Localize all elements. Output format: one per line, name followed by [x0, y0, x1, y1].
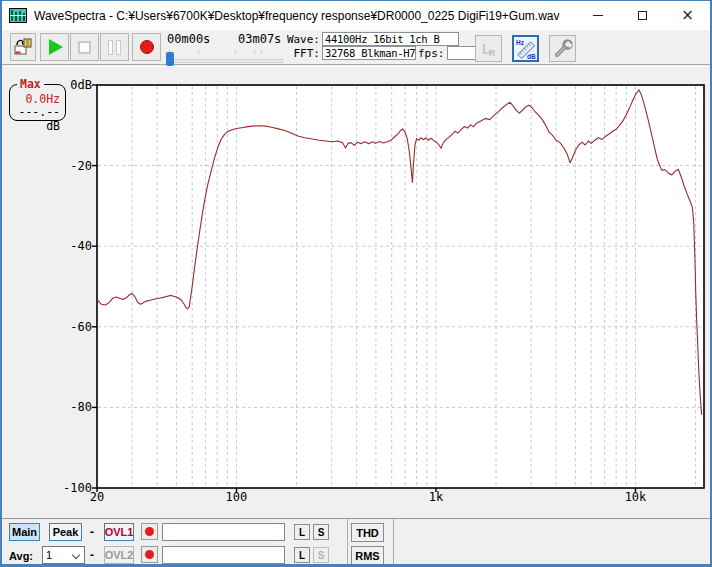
- channel-lr-icon-r: R: [489, 48, 496, 58]
- svg-text:Hz: Hz: [516, 39, 525, 46]
- record-button[interactable]: [132, 33, 161, 61]
- window-title: WaveSpectra - C:¥Users¥6700K¥Desktop¥fre…: [34, 9, 560, 23]
- thd-button[interactable]: THD: [351, 523, 384, 542]
- slider-tick: [261, 50, 262, 53]
- time-elapsed: 00m00s: [167, 32, 210, 46]
- fps-label: fps:: [418, 47, 444, 60]
- wave-label: Wave:: [272, 33, 320, 46]
- record-icon: [140, 40, 154, 54]
- dash-separator: -: [90, 548, 94, 562]
- open-file-icon: [13, 37, 33, 57]
- maximize-icon: [638, 11, 647, 20]
- open-file-button[interactable]: [10, 33, 36, 61]
- x-axis: 201001k10k: [2, 67, 710, 519]
- ovl2-save-button[interactable]: S: [313, 547, 329, 563]
- position-slider-thumb[interactable]: [166, 52, 174, 66]
- divider: [393, 519, 394, 566]
- pause-icon: [108, 40, 121, 55]
- position-slider-track[interactable]: [166, 59, 283, 63]
- ovl1-record-button[interactable]: [141, 523, 158, 540]
- spectrum-panel: Max 0.0Hz ---.--dB 0dB-20-40-60-80-100 2…: [2, 66, 710, 518]
- title-bar[interactable]: WaveSpectra - C:¥Users¥6700K¥Desktop¥fre…: [2, 1, 710, 30]
- ovl1-load-button[interactable]: L: [294, 524, 310, 540]
- minimize-icon: [593, 15, 603, 16]
- minimize-button[interactable]: [575, 1, 620, 30]
- avg-label: Avg:: [9, 550, 33, 562]
- maximize-button[interactable]: [620, 1, 665, 30]
- ovl1-record-icon: [145, 527, 154, 536]
- svg-text:dB: dB: [527, 53, 536, 60]
- close-button[interactable]: ×: [665, 1, 710, 30]
- pause-button[interactable]: [100, 33, 129, 61]
- bottom-bar: Main Peak - OVL1 L S THD Avg: 1 - OVL2 L…: [2, 518, 710, 565]
- main-view-button[interactable]: Main: [9, 523, 40, 541]
- rms-button[interactable]: RMS: [351, 546, 384, 565]
- slider-tick: [254, 50, 255, 53]
- slider-tick: [198, 50, 199, 53]
- ovl2-load-button[interactable]: L: [294, 547, 310, 563]
- x-axis-label: 10k: [625, 490, 647, 504]
- avg-select[interactable]: 1: [42, 546, 85, 564]
- chevron-down-icon: [72, 551, 80, 559]
- channel-lr-button[interactable]: LR: [475, 35, 502, 62]
- settings-button[interactable]: [549, 35, 576, 62]
- ovl2-record-button[interactable]: [141, 546, 158, 563]
- ovl1-button[interactable]: OVL1: [104, 523, 134, 541]
- stop-icon: [78, 41, 91, 54]
- x-axis-label: 100: [226, 490, 248, 504]
- hz-db-ruler-icon: Hz dB: [515, 38, 537, 60]
- avg-value: 1: [46, 549, 52, 561]
- ovl2-record-icon: [145, 550, 154, 559]
- ovl2-field[interactable]: [162, 546, 285, 564]
- close-icon: ×: [681, 8, 694, 23]
- dash-separator: -: [90, 525, 94, 539]
- play-button[interactable]: [40, 33, 69, 61]
- wrench-icon: [552, 38, 574, 60]
- ovl2-button[interactable]: OVL2: [104, 546, 134, 564]
- toolbar: 00m00s 03m07s Wave: 44100Hz 16bit 1ch B …: [2, 30, 710, 65]
- fft-label: FFT:: [272, 47, 320, 60]
- x-axis-label: 20: [90, 490, 104, 504]
- slider-tick: [235, 50, 236, 53]
- wavespectra-window: WaveSpectra - C:¥Users¥6700K¥Desktop¥fre…: [0, 0, 712, 567]
- play-icon: [49, 39, 63, 55]
- ovl1-field[interactable]: [162, 523, 285, 541]
- divider: [347, 519, 348, 566]
- peak-view-button[interactable]: Peak: [49, 523, 82, 541]
- stop-button[interactable]: [70, 33, 99, 61]
- fft-info-field: 32768 Blkman-H7: [322, 46, 416, 60]
- ovl1-save-button[interactable]: S: [313, 524, 329, 540]
- hz-db-scale-button[interactable]: Hz dB: [512, 35, 539, 62]
- app-icon: [9, 8, 27, 23]
- wave-info-field: 44100Hz 16bit 1ch B: [322, 32, 459, 46]
- x-axis-label: 1k: [429, 490, 443, 504]
